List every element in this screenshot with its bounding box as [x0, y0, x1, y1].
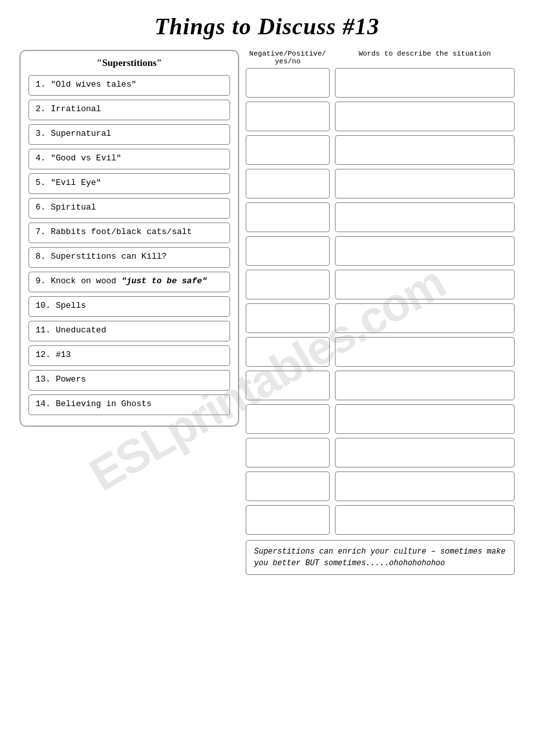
- topic-item-4: 4. "Good vs Evil": [28, 149, 230, 169]
- right-row-9: [246, 337, 515, 367]
- col-header-neg: Negative/Positive/ yes/no: [246, 50, 330, 65]
- cell-neg-6[interactable]: [246, 236, 330, 266]
- cell-words-8[interactable]: [335, 303, 515, 333]
- right-header: Negative/Positive/ yes/no Words to descr…: [246, 50, 515, 65]
- cell-words-3[interactable]: [335, 135, 515, 165]
- cell-words-10[interactable]: [335, 371, 515, 400]
- topic-item-6: 6. Spiritual: [28, 198, 230, 219]
- cell-words-9[interactable]: [335, 337, 515, 367]
- right-row-8: [246, 303, 515, 333]
- right-row-1: [246, 68, 515, 98]
- cell-neg-13[interactable]: [246, 471, 330, 501]
- right-row-11: [246, 404, 515, 434]
- cell-neg-7[interactable]: [246, 270, 330, 299]
- right-row-7: [246, 270, 515, 299]
- main-layout: "Superstitions" 1. "Old wives tales"2. I…: [19, 50, 515, 575]
- cell-neg-2[interactable]: [246, 102, 330, 131]
- cell-words-14[interactable]: [335, 505, 515, 535]
- col-header-words: Words to describe the situation: [335, 50, 515, 65]
- left-panel: "Superstitions" 1. "Old wives tales"2. I…: [19, 50, 239, 427]
- right-row-2: [246, 102, 515, 131]
- right-row-13: [246, 471, 515, 501]
- cell-neg-11[interactable]: [246, 404, 330, 434]
- topic-item-10: 10. Spells: [28, 296, 230, 317]
- cell-words-4[interactable]: [335, 169, 515, 199]
- topic-item-12: 12. #13: [28, 345, 230, 366]
- right-row-10: [246, 371, 515, 400]
- topic-item-2: 2. Irrational: [28, 100, 230, 120]
- cell-words-6[interactable]: [335, 236, 515, 266]
- topic-item-1: 1. "Old wives tales": [28, 75, 230, 96]
- right-row-5: [246, 202, 515, 232]
- right-panel: Negative/Positive/ yes/no Words to descr…: [246, 50, 515, 575]
- topic-item-11: 11. Uneducated: [28, 321, 230, 341]
- cell-neg-3[interactable]: [246, 135, 330, 165]
- right-row-12: [246, 438, 515, 468]
- cell-neg-1[interactable]: [246, 68, 330, 98]
- topic-item-5: 5. "Evil Eye": [28, 173, 230, 194]
- cell-neg-9[interactable]: [246, 337, 330, 367]
- cell-words-12[interactable]: [335, 438, 515, 468]
- cell-words-11[interactable]: [335, 404, 515, 434]
- cell-words-1[interactable]: [335, 68, 515, 98]
- topic-list: 1. "Old wives tales"2. Irrational3. Supe…: [28, 75, 230, 415]
- cell-words-13[interactable]: [335, 471, 515, 501]
- cell-neg-14[interactable]: [246, 505, 330, 535]
- page-title: Things to Discuss #13: [19, 13, 515, 40]
- topic-item-3: 3. Supernatural: [28, 124, 230, 145]
- cell-words-2[interactable]: [335, 102, 515, 131]
- right-rows: [246, 68, 515, 535]
- cell-neg-4[interactable]: [246, 169, 330, 199]
- topic-item-9: 9. Knock on wood "just to be safe": [28, 272, 230, 292]
- cell-neg-8[interactable]: [246, 303, 330, 333]
- topic-item-14: 14. Believing in Ghosts: [28, 394, 230, 415]
- cell-words-7[interactable]: [335, 270, 515, 299]
- topic-item-13: 13. Powers: [28, 370, 230, 391]
- topic-item-7: 7. Rabbits foot/black cats/salt: [28, 222, 230, 243]
- right-row-6: [246, 236, 515, 266]
- right-row-3: [246, 135, 515, 165]
- cell-neg-10[interactable]: [246, 371, 330, 400]
- right-row-4: [246, 169, 515, 199]
- cell-words-5[interactable]: [335, 202, 515, 232]
- right-row-14: [246, 505, 515, 535]
- left-panel-title: "Superstitions": [28, 58, 230, 69]
- footer-note: Superstitions can enrich your culture – …: [246, 540, 515, 575]
- cell-neg-5[interactable]: [246, 202, 330, 232]
- topic-item-8: 8. Superstitions can Kill?: [28, 247, 230, 268]
- cell-neg-12[interactable]: [246, 438, 330, 468]
